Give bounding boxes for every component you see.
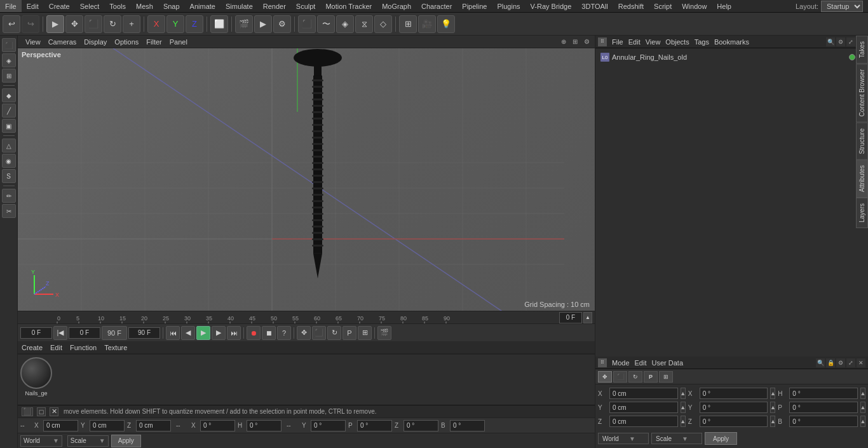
light-button[interactable]: 💡 [437, 15, 455, 33]
menu-motion-tracker[interactable]: Motion Tracker [320, 0, 377, 12]
menu-edit[interactable]: Edit [22, 0, 44, 12]
play-button[interactable]: ▶ [196, 326, 210, 340]
status-icon-3[interactable]: ✕ [50, 407, 58, 416]
current-frame-display[interactable]: 0 F [559, 312, 582, 323]
prev-frame-field[interactable]: 0 F [69, 327, 100, 339]
lt-pen-tool[interactable]: ✏ [2, 189, 16, 203]
mat-function-menu[interactable]: Function [70, 344, 97, 351]
attr-z-inc[interactable]: ▲ [681, 416, 686, 427]
attributes-tab[interactable]: Attributes [856, 160, 868, 198]
record-button[interactable]: ⏺ [247, 326, 261, 340]
menu-mesh[interactable]: Mesh [131, 0, 158, 12]
attr-y-inc[interactable]: ▲ [681, 402, 686, 413]
camera-button[interactable]: 🎥 [418, 15, 436, 33]
om-expand-icon[interactable]: ⤢ [846, 37, 855, 46]
start-frame-field[interactable]: 0 F [20, 327, 52, 339]
attr-b-inc[interactable]: ▲ [860, 416, 865, 427]
timeline-ruler[interactable]: 0 5 10 15 20 25 30 35 40 [18, 311, 595, 323]
attr-zsize-inc[interactable]: ▲ [770, 416, 775, 427]
world-selector[interactable]: World ▼ [598, 433, 649, 444]
redo-button[interactable]: ↪ [22, 15, 39, 33]
attr-p-val[interactable]: 0 ° [789, 402, 858, 413]
vp-options-menu[interactable]: Options [111, 36, 142, 48]
material-thumbnail[interactable] [20, 357, 52, 389]
om-bookmarks-menu[interactable]: Bookmarks [714, 38, 749, 46]
scale-selector[interactable]: Scale ▼ [651, 433, 702, 444]
select-mode-button[interactable]: ▶ [46, 15, 64, 33]
render-region-button[interactable]: 🎬 [235, 15, 253, 33]
attr-ysize-inc[interactable]: ▲ [770, 402, 775, 413]
mat-create-menu[interactable]: Create [22, 344, 43, 351]
vp-display-menu[interactable]: Display [80, 36, 111, 48]
spline-button[interactable]: 〜 [317, 15, 335, 33]
x-pos-field[interactable]: 0 cm [43, 420, 78, 431]
vp-layout-icon[interactable]: ⊞ [571, 37, 580, 46]
om-objects-menu[interactable]: Objects [665, 38, 689, 46]
om-object-item[interactable]: L0 Annular_Ring_Nails_old [598, 51, 865, 64]
go-start-button[interactable]: ⏮ [166, 326, 180, 340]
om-settings-icon[interactable]: ⚙ [836, 37, 845, 46]
p-field[interactable]: 0 ° [357, 420, 392, 431]
attr-drag-handle[interactable]: ⠿ [598, 358, 607, 367]
end-frame-button[interactable]: 90 F [102, 326, 127, 340]
attr-p-inc[interactable]: ▲ [860, 402, 865, 413]
render-active-button[interactable]: ▶ [254, 15, 272, 33]
undo-button[interactable]: ↩ [3, 15, 20, 33]
menu-snap[interactable]: Snap [158, 0, 185, 12]
status-icon-2[interactable]: □ [37, 407, 46, 416]
y-axis-button[interactable]: Y [166, 15, 184, 33]
anim-pref-button[interactable]: P [342, 326, 356, 340]
menu-3dtoall[interactable]: 3DTOAll [576, 0, 613, 12]
scale-tool-button[interactable]: ⬛ [312, 326, 326, 340]
menu-animate[interactable]: Animate [185, 0, 220, 12]
attr-x-pos[interactable]: 0 cm [609, 388, 678, 399]
om-file-menu[interactable]: File [612, 38, 623, 46]
attr-userdata-menu[interactable]: User Data [652, 359, 684, 367]
rotate-button[interactable]: ↻ [104, 15, 121, 33]
attr-close-icon[interactable]: ✕ [857, 358, 865, 367]
z-rot-field[interactable]: 0 ° [403, 420, 438, 431]
attr-x-size[interactable]: 0 ° [700, 388, 768, 399]
prev-frame-button[interactable]: ◀ [181, 326, 195, 340]
curve-button[interactable]: ◇ [374, 15, 392, 33]
menu-vray[interactable]: V-Ray Bridge [526, 0, 577, 12]
help-button[interactable]: ? [277, 326, 291, 340]
menu-plugins[interactable]: Plugins [492, 0, 525, 12]
om-visibility-dot-1[interactable] [849, 54, 855, 60]
menu-help[interactable]: Help [712, 0, 736, 12]
z-pos-field[interactable]: 0 cm [136, 420, 171, 431]
om-view-menu[interactable]: View [646, 38, 661, 46]
x-axis-button[interactable]: X [147, 15, 165, 33]
attr-lock-icon[interactable]: 🔒 [826, 358, 835, 367]
material-item[interactable]: Nails_ge [20, 357, 52, 397]
prev-key-button[interactable]: |◀ [53, 326, 67, 340]
lt-soft-select[interactable]: ◉ [2, 154, 16, 168]
attr-param-button[interactable]: P [644, 371, 658, 383]
y-rot-field[interactable]: 0 ° [311, 420, 346, 431]
x-rot-field[interactable]: 0 ° [200, 420, 235, 431]
nurbs-button[interactable]: ◈ [336, 15, 354, 33]
lt-edge-mode[interactable]: ⊞ [2, 69, 16, 83]
lt-snap-tool[interactable]: △ [2, 139, 16, 153]
menu-render[interactable]: Render [258, 0, 291, 12]
lt-texture-mode[interactable]: ◈ [2, 53, 16, 67]
om-drag-handle[interactable]: ⠿ [598, 37, 607, 46]
vp-settings-icon[interactable]: ⚙ [582, 37, 591, 46]
lt-poly-mode[interactable]: ▣ [2, 119, 16, 133]
menu-file[interactable]: File [0, 0, 22, 12]
om-search-icon[interactable]: 🔍 [826, 37, 835, 46]
menu-window[interactable]: Window [677, 0, 712, 12]
b-field[interactable]: 0 ° [450, 420, 485, 431]
apply-button[interactable]: Apply [111, 435, 141, 447]
menu-pipeline[interactable]: Pipeline [457, 0, 492, 12]
attr-b-val[interactable]: 0 ° [789, 416, 858, 427]
render-settings-button[interactable]: ⚙ [273, 15, 291, 33]
attr-expand-icon[interactable]: ⤢ [846, 358, 855, 367]
lt-point-mode[interactable]: ◆ [2, 88, 16, 102]
attr-z-size[interactable]: 0 ° [700, 416, 768, 427]
grid-button[interactable]: ⊞ [399, 15, 417, 33]
mat-edit-menu[interactable]: Edit [50, 344, 62, 351]
om-edit-menu[interactable]: Edit [628, 38, 641, 46]
menu-simulate[interactable]: Simulate [220, 0, 258, 12]
h-field[interactable]: 0 ° [247, 420, 281, 431]
